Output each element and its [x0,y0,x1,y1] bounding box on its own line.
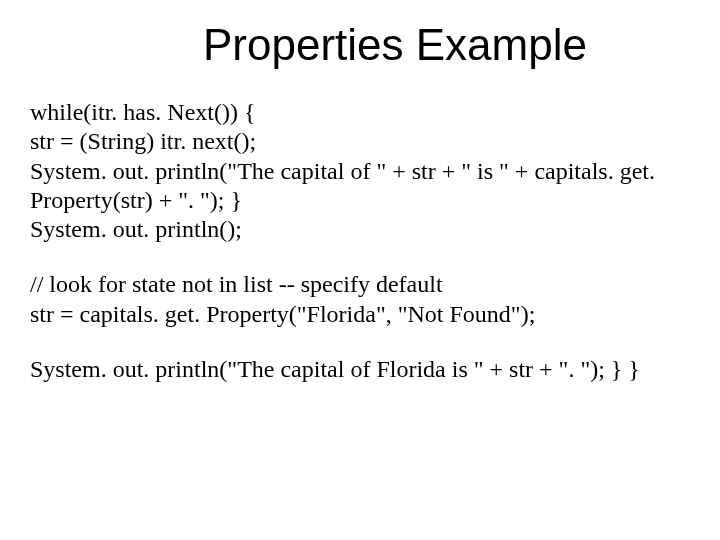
code-line: System. out. println("The capital of " +… [30,157,690,216]
code-line: System. out. println(); [30,215,690,244]
code-line: while(itr. has. Next()) { [30,98,690,127]
code-body: while(itr. has. Next()) { str = (String)… [30,98,690,384]
slide: Properties Example while(itr. has. Next(… [0,0,720,540]
code-line: // look for state not in list -- specify… [30,270,690,299]
code-line: str = capitals. get. Property("Florida",… [30,300,690,329]
blank-line [30,244,690,270]
code-line: System. out. println("The capital of Flo… [30,355,690,384]
blank-line [30,329,690,355]
slide-title: Properties Example [30,20,690,70]
code-line: str = (String) itr. next(); [30,127,690,156]
